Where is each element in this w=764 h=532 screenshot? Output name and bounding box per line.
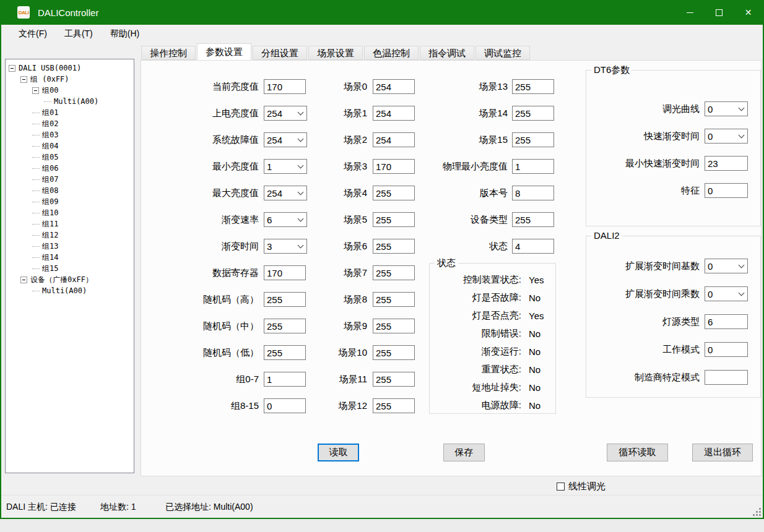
tree-node-group06[interactable]: 组06 (6, 163, 134, 174)
max-level-combo[interactable]: 254 (264, 186, 307, 200)
min-fast-fade-time-input[interactable] (705, 156, 748, 171)
tree-node-group15[interactable]: 组15 (6, 263, 134, 274)
tree-node-group14[interactable]: 组14 (6, 252, 134, 263)
dt6-groupbox: DT6参数 调光曲线0 快速渐变时间0 最小快速渐变时间 特征 (586, 70, 761, 226)
random-code-mid-input[interactable] (264, 319, 306, 333)
features-input[interactable] (705, 183, 748, 198)
manufacturer-mode-input[interactable] (705, 370, 748, 385)
scene11-input[interactable] (373, 372, 415, 387)
tree-node-group11[interactable]: 组11 (6, 218, 134, 230)
scene9-input[interactable] (373, 319, 415, 333)
tree-connector (32, 135, 40, 135)
power-on-level-combo[interactable]: 254 (264, 106, 307, 121)
tab-command-debug[interactable]: 指令调试 (420, 46, 474, 60)
tree-node-group09[interactable]: 组09 (6, 196, 134, 207)
operating-mode-input[interactable] (705, 342, 748, 357)
tree-node-label: 组10 (42, 208, 58, 218)
field-label: 场景6 (324, 241, 367, 252)
tree-node-group00[interactable]: 组00 (6, 85, 134, 96)
tab-color-temp-control[interactable]: 色温控制 (364, 46, 419, 60)
fade-time-combo[interactable]: 3 (264, 239, 307, 254)
title-bar: DALI DALIController ✕ (1, 0, 763, 25)
group-0-7-input[interactable] (264, 372, 306, 387)
light-source-type-input[interactable] (705, 314, 748, 329)
tree-node-group01[interactable]: 组01 (6, 107, 134, 118)
group-8-15-input[interactable] (264, 398, 306, 413)
read-button[interactable]: 读取 (318, 444, 359, 461)
random-code-low-input[interactable] (264, 345, 306, 360)
tree-node-group12[interactable]: 组12 (6, 230, 134, 241)
current-level-input[interactable] (264, 79, 306, 94)
close-button[interactable]: ✕ (734, 0, 763, 25)
save-button[interactable]: 保存 (443, 444, 485, 461)
resize-grip-icon[interactable] (753, 508, 762, 517)
tree-node-group03[interactable]: 组03 (6, 129, 134, 140)
tab-grouping-settings[interactable]: 分组设置 (253, 46, 307, 60)
tree-node-group10[interactable]: 组10 (6, 207, 134, 218)
scene15-input[interactable] (512, 132, 554, 147)
scene6-input[interactable] (373, 239, 415, 254)
scene5-input[interactable] (373, 212, 415, 227)
tree-node-group08[interactable]: 组08 (6, 185, 134, 196)
tab-debug-monitor[interactable]: 调试监控 (475, 46, 530, 60)
scene4-input[interactable] (373, 186, 415, 200)
version-number-input[interactable] (512, 186, 554, 200)
tree-node-group05[interactable]: 组05 (6, 152, 134, 163)
scene3-input[interactable] (373, 159, 415, 174)
menu-help[interactable]: 帮助(H) (104, 28, 145, 40)
combo-value: 6 (267, 215, 272, 225)
param-column-3: 场景13 场景14 场景15 物理最小亮度值 版本号 设备类型 状态 (421, 79, 554, 265)
scene13-input[interactable] (512, 79, 554, 94)
collapse-icon[interactable] (32, 87, 39, 94)
collapse-icon[interactable] (20, 76, 27, 83)
tab-scene-settings[interactable]: 场景设置 (308, 46, 363, 60)
scene10-input[interactable] (373, 345, 415, 360)
tree-node-device-broadcast[interactable]: 设备（广播0xFF） (6, 274, 134, 285)
field-label: 场景13 (421, 81, 508, 93)
fade-rate-combo[interactable]: 6 (264, 212, 307, 227)
phys-min-level-input[interactable] (512, 159, 554, 174)
menu-tools[interactable]: 工具(T) (58, 28, 99, 40)
scene8-input[interactable] (373, 292, 415, 307)
scene2-input[interactable] (373, 132, 415, 147)
scene1-input[interactable] (373, 106, 415, 121)
dimming-curve-combo[interactable]: 0 (705, 101, 748, 116)
status-value-input[interactable] (512, 239, 554, 254)
tab-parameter-settings[interactable]: 参数设置 (197, 43, 251, 60)
random-code-high-input[interactable] (264, 292, 306, 307)
param-column-1: 当前亮度值 上电亮度值254 系统故障值254 最小亮度值1 最大亮度值254 … (147, 79, 307, 425)
fast-fade-time-combo[interactable]: 0 (705, 129, 748, 144)
exit-loop-button[interactable]: 退出循环 (692, 444, 753, 461)
scene0-input[interactable] (373, 79, 415, 94)
tree-node-group13[interactable]: 组13 (6, 241, 134, 252)
collapse-icon[interactable] (9, 65, 15, 72)
minimize-button[interactable] (675, 0, 705, 25)
field-label: 场景7 (324, 267, 367, 279)
tab-operation-control[interactable]: 操作控制 (141, 46, 196, 60)
device-type-input[interactable] (512, 212, 554, 227)
scene14-input[interactable] (512, 106, 554, 121)
min-level-combo[interactable]: 1 (264, 159, 307, 174)
maximize-button[interactable] (705, 0, 734, 25)
status-label: 灯是否点亮: (430, 310, 521, 322)
system-failure-level-combo[interactable]: 254 (264, 132, 307, 147)
collapse-icon[interactable] (20, 277, 27, 283)
scene12-input[interactable] (373, 398, 415, 413)
loop-read-button[interactable]: 循环读取 (607, 444, 668, 461)
tree-node-group-ff[interactable]: 组 (0xFF) (6, 74, 134, 85)
tree-node-dali-usb[interactable]: DALI USB(0001) (6, 62, 134, 74)
tree-node-multi-a00-2[interactable]: Multi(A00) (6, 285, 134, 296)
ext-fade-time-mult-combo[interactable]: 0 (705, 286, 748, 301)
scene7-input[interactable] (373, 265, 415, 280)
tree-node-group07[interactable]: 组07 (6, 174, 134, 185)
ext-fade-time-base-combo[interactable]: 0 (705, 259, 748, 273)
field-label: 物理最小亮度值 (421, 161, 508, 173)
tree-node-multi-a00[interactable]: Multi(A00) (6, 96, 134, 107)
tree-node-group04[interactable]: 组04 (6, 140, 134, 152)
checkbox-unchecked-icon[interactable] (557, 483, 565, 491)
window-title: DALIController (38, 7, 98, 18)
linear-dimming-checkbox[interactable]: 线性调光 (557, 481, 606, 492)
data-register-input[interactable] (264, 265, 306, 280)
menu-file[interactable]: 文件(F) (12, 28, 53, 40)
tree-node-group02[interactable]: 组02 (6, 118, 134, 129)
